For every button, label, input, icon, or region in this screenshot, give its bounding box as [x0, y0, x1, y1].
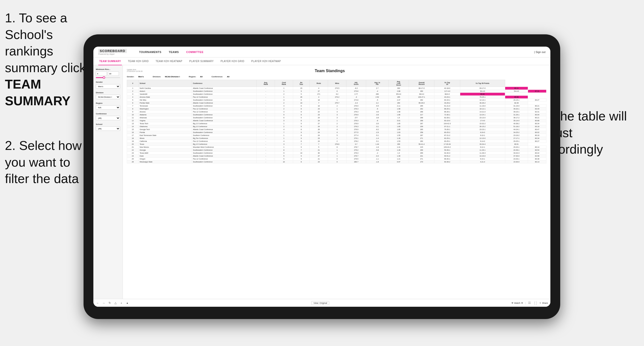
table-cell: Arizona State: [138, 96, 192, 99]
filter-min-rounds-input2[interactable]: [108, 71, 119, 76]
subnav-team-summary[interactable]: TEAM SUMMARY: [98, 57, 122, 65]
table-cell: 4: [310, 96, 328, 99]
table-cell: 80.34: [528, 122, 546, 125]
nav-committee[interactable]: COMMITTEE: [186, 50, 204, 53]
table-cell: Atlantic Coast Conference: [192, 87, 257, 90]
table-cell: 4: [275, 128, 293, 131]
col-vs-top50[interactable]: Vs Top 50 Points: [460, 80, 505, 87]
col-conf-rank[interactable]: ConfRank: [275, 80, 293, 87]
step2-line1: 2. Select how: [5, 138, 82, 153]
table-cell: 21: [310, 158, 328, 161]
table-cell: 80.13: [528, 161, 546, 164]
bottom-toolbar: ← → ↻ △ + ● View: Original 👁 Watch ▼ | ☷…: [93, 299, 550, 307]
watch-button[interactable]: 👁 Watch ▼: [511, 302, 523, 304]
table-cell: 4: [328, 128, 346, 131]
table-cell: 10-23-0: [460, 155, 505, 158]
add-bookmark-icon[interactable]: +: [120, 301, 123, 305]
table-cell: 279.3: [346, 152, 366, 155]
table-cell: -4: [366, 90, 389, 93]
subnav-team-h2h-grid[interactable]: TEAM H2H GRID: [127, 57, 150, 65]
table-title: Team Standings: [142, 69, 517, 73]
filter-conference-select[interactable]: (All): [96, 116, 120, 120]
subnav-player-summary[interactable]: PLAYER SUMMARY: [188, 57, 214, 65]
table-cell: 1: [275, 96, 293, 99]
table-cell: 262: [409, 108, 434, 110]
col-avg-rank[interactable]: Avg.Rank: [257, 80, 275, 87]
table-cell: 7: [293, 149, 310, 152]
col-conference[interactable]: Conference: [192, 80, 257, 87]
filter-school-select[interactable]: (All): [96, 126, 120, 131]
back-icon[interactable]: ←: [96, 301, 100, 305]
grid-icon[interactable]: ☷: [528, 301, 532, 305]
clock-icon[interactable]: ●: [125, 301, 129, 305]
table-cell: 80.04: [528, 113, 546, 116]
col-vs-top25[interactable]: Vs Top25: [434, 80, 460, 87]
table-cell: 39-20-1: [505, 108, 528, 110]
table-cell: -4.6: [366, 110, 389, 113]
table-row: 4Arizona StatePac-12 Conference-1264274.…: [127, 96, 546, 99]
expand-icon[interactable]: ⛶: [534, 301, 537, 305]
table-cell: 11: [127, 116, 138, 119]
table-cell: 63-15-1: [434, 99, 460, 102]
col-overall-record[interactable]: OverallRecord: [409, 80, 434, 87]
table-cell: 8: [293, 140, 310, 143]
table-cell: Southeastern Conference: [192, 152, 257, 155]
col-rank[interactable]: #: [127, 80, 138, 87]
share-icon-left[interactable]: △: [114, 301, 118, 305]
slider-thumb[interactable]: [103, 76, 105, 79]
table-cell: 3: [328, 116, 346, 119]
table-cell: 9-12-1: [460, 146, 505, 149]
table-cell: 23-16-2: [505, 134, 528, 137]
table-cell: 12-13-0: [460, 137, 505, 140]
table-cell: 12: [127, 119, 138, 122]
table-cell: 5: [310, 146, 328, 149]
filter-min-rounds-input1[interactable]: [96, 71, 107, 76]
step1-text: 1. To see a School's rankings summary cl…: [5, 11, 86, 75]
table-cell: 4-21-0: [460, 161, 505, 164]
col-rnds[interactable]: Rnds: [310, 80, 328, 87]
filter-gender: Gender Men's: [96, 81, 120, 89]
share-button[interactable]: ⇧ Share: [539, 302, 548, 304]
reload-icon[interactable]: ↻: [108, 301, 112, 305]
subnav-player-h2h-grid[interactable]: PLAYER H2H GRID: [220, 57, 246, 65]
table-cell: 1: [275, 87, 293, 90]
table-cell: Southeastern Conference: [192, 99, 257, 102]
forward-icon[interactable]: →: [102, 301, 106, 305]
subnav-player-h2h-heatmap[interactable]: PLAYER H2H HEATMAP: [250, 57, 282, 65]
table-cell: 0.7: [346, 143, 366, 146]
table-cell: 31-29-1: [505, 113, 528, 116]
table-cell: California: [138, 140, 192, 143]
table-cell: 22: [127, 149, 138, 152]
table-cell: -: [257, 128, 275, 131]
table-cell: 23-33-1: [505, 158, 528, 161]
table-cell: 265: [409, 128, 434, 131]
col-adj-score[interactable]: Adj.Score: [346, 80, 366, 87]
table-cell: 3: [275, 99, 293, 102]
table-cell: Virginia: [138, 119, 192, 122]
table-cell: 26: [293, 96, 310, 99]
col-no-tour[interactable]: NoTour: [293, 80, 310, 87]
col-school[interactable]: School: [138, 80, 192, 87]
table-row: 21New MexicoMountain West Conference-195…: [127, 146, 546, 149]
table-cell: 2: [275, 108, 293, 110]
table-cell: 276.3: [346, 108, 366, 110]
table-cell: Pac-12 Conference: [192, 140, 257, 143]
filter-gender-select[interactable]: Men's: [96, 84, 120, 89]
filter-region-select[interactable]: N/A: [96, 105, 120, 110]
table-cell: 16: [127, 131, 138, 134]
nav-teams[interactable]: TEAMS: [169, 50, 179, 53]
nav-tournaments[interactable]: TOURNAMENTS: [139, 50, 162, 53]
col-avg-par[interactable]: Avg. toPar: [366, 80, 389, 87]
sign-out-button[interactable]: | Sign out: [534, 50, 546, 53]
col-wins[interactable]: Wins: [328, 80, 346, 87]
subnav-team-h2h-heatmap[interactable]: TEAM H2H HEATMAP: [154, 57, 183, 65]
table-cell: 23-13-0: [460, 116, 505, 119]
view-original-button[interactable]: View: Original: [311, 301, 329, 305]
table-cell: 60-39-2: [434, 161, 460, 164]
table-cell: 265: [388, 96, 408, 99]
table-cell: 11-28-3: [460, 152, 505, 155]
filter-division-select[interactable]: NCAA Division I: [96, 95, 120, 99]
col-avg-low[interactable]: Avg.LowScore: [388, 80, 408, 87]
conference-filter-val: All: [227, 76, 229, 78]
table-cell: 80.38: [528, 158, 546, 161]
